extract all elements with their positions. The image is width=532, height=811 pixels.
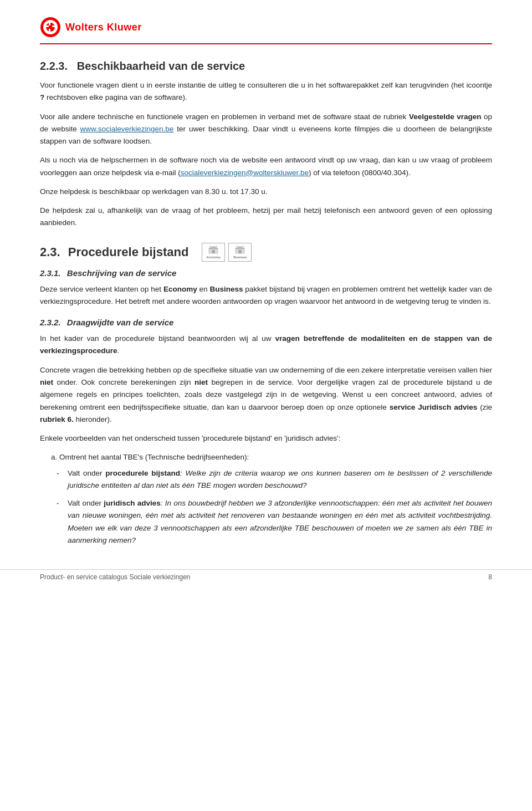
section-23-title: Procedurele bijstand [68,245,189,259]
logo-text: Wolters Kluwer [65,22,142,33]
list-a-item2-text: Valt onder juridisch advies: In ons bouw… [68,497,492,547]
section-232: 2.3.2. Draagwijdte van de service In het… [40,318,492,547]
section-232-para1: In het kader van de procedurele bijstand… [40,333,492,358]
section-223-para4: Onze helpdesk is beschikbaar op werkdage… [40,186,492,198]
section-23-icons: Economy Business [202,243,252,262]
svg-marker-11 [236,246,244,249]
section-223-para1: Voor functionele vragen dient u in eerst… [40,79,492,104]
section-231-heading: 2.3.1. Beschrijving van de service [40,268,492,278]
section-231: 2.3.1. Beschrijving van de service Deze … [40,268,492,308]
dash-1: - [57,467,63,492]
page-header: Wolters Kluwer [40,17,492,44]
svg-rect-3 [49,21,50,25]
economy-icon: Economy [202,243,225,262]
dash-2: - [57,497,63,547]
section-232-heading: 2.3.2. Draagwijdte van de service [40,318,492,327]
section-223-heading: 2.2.3. Beschikbaarheid van de service [40,60,492,79]
section-23: 2.3. Procedurele bijstand Economy [40,243,492,547]
svg-rect-6 [52,25,57,27]
email-link[interactable]: socialeverkiezingen@wolterskluwer.be [181,169,309,177]
svg-rect-9 [212,250,215,253]
footer-left: Product- en service catalogus Sociale ve… [40,573,190,581]
page: Wolters Kluwer 2.2.3. Beschikbaarheid va… [0,0,532,591]
section-231-title: Beschrijving van de service [67,268,177,278]
svg-rect-12 [238,250,242,253]
section-23-heading: 2.3. Procedurele bijstand Economy [40,243,492,262]
section-223-para5: De helpdesk zal u, afhankelijk van de vr… [40,205,492,229]
list-a-item1-text: Valt onder procedurele bijstand: Welke z… [68,467,492,492]
logo-area: Wolters Kluwer [40,17,142,38]
socialeverkiezingen-link[interactable]: www.socialeverkiezingen.be [80,125,174,133]
list-item-a: a. Omtrent het aantal TBE's (Technische … [51,451,492,547]
section-232-para3: Enkele voorbeelden van het onderscheid t… [40,432,492,445]
svg-rect-4 [49,29,50,33]
section-232-para2: Concrete vragen die betrekking hebben op… [40,364,492,426]
svg-marker-8 [209,246,218,249]
list-a-dash2: - Valt onder juridisch advies: In ons bo… [57,497,492,547]
section-223-para2: Voor alle andere technische en functione… [40,111,492,148]
section-231-para1: Deze service verleent klanten op het Eco… [40,283,492,308]
svg-rect-5 [44,25,49,27]
section-232-number: 2.3.2. [40,318,61,327]
section-223: 2.2.3. Beschikbaarheid van de service Vo… [40,60,492,229]
section-223-para3: Als u noch via de helpschermen in de sof… [40,154,492,179]
logo-icon [40,17,61,38]
list-a-label: a. Omtrent het aantal TBE's (Technische … [51,451,492,463]
section-223-title: 2.2.3. Beschikbaarheid van de service [40,60,245,73]
section-231-number: 2.3.1. [40,268,61,278]
list-a-dash1: - Valt onder procedurele bijstand: Welke… [57,467,492,492]
section-23-number: 2.3. [40,245,60,259]
business-icon: Business [228,243,252,262]
footer-right: 8 [488,573,492,581]
page-footer: Product- en service catalogus Sociale ve… [0,569,532,581]
section-232-title: Draagwijdte van de service [67,318,174,327]
